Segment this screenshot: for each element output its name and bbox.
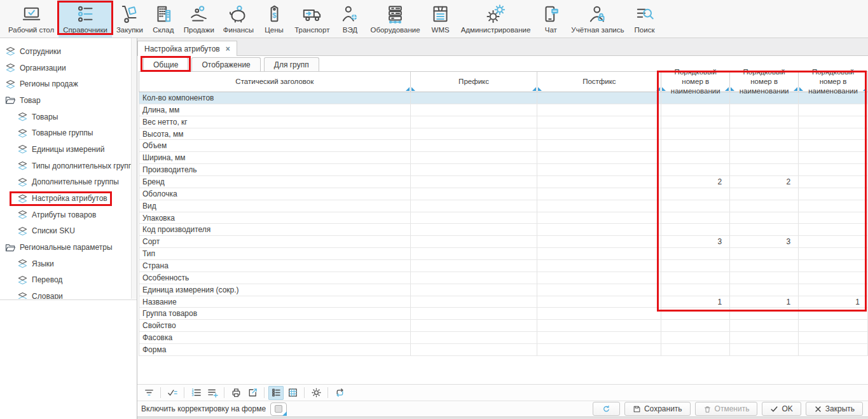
toolbar-item[interactable]: Поиск xyxy=(629,0,661,38)
toolbar-item[interactable]: $Цены xyxy=(258,0,290,38)
table-row[interactable]: Форма xyxy=(139,344,868,356)
table-row[interactable]: Ширина, мм xyxy=(139,152,868,164)
toolbar-item[interactable]: Закупки xyxy=(112,0,148,38)
list-add-icon[interactable] xyxy=(205,386,220,400)
table-row[interactable]: Производитель xyxy=(139,164,868,176)
cell-static-header: Группа товаров xyxy=(139,308,411,319)
cell-postfix xyxy=(537,320,661,331)
table-row[interactable]: Сорт33 xyxy=(139,236,868,248)
check-list-icon[interactable] xyxy=(165,386,180,400)
table-row[interactable]: Свойство xyxy=(139,320,868,332)
sidebar-item[interactable]: Типы дополнительных групп xyxy=(0,158,131,174)
sidebar-item[interactable]: Регионы продаж xyxy=(0,76,131,92)
sidebar-item[interactable]: Сотрудники xyxy=(0,43,131,60)
column-header[interactable]: Порядковый номер в наименовании xyxy=(730,72,799,92)
toolbar-item[interactable]: Рабочий стол xyxy=(4,0,59,38)
subtab[interactable]: Отображение xyxy=(191,57,260,71)
subtab[interactable]: Для групп xyxy=(264,57,319,71)
close-button[interactable]: Закрыть xyxy=(806,402,863,416)
sidebar-item[interactable]: Словари xyxy=(0,288,131,299)
sidebar-item[interactable]: Настройка атрибутов xyxy=(0,190,131,207)
form-correction-checkbox[interactable] xyxy=(270,402,287,416)
server-stack-icon xyxy=(384,3,407,25)
save-button[interactable]: Сохранить xyxy=(624,402,691,416)
cell-order-number xyxy=(661,116,730,128)
printer-icon[interactable] xyxy=(228,386,244,400)
sidebar-item[interactable]: Списки SKU xyxy=(0,223,131,240)
tab-attribute-settings[interactable]: Настройка атрибутов × xyxy=(137,41,237,56)
table-row[interactable]: Особенность xyxy=(139,272,868,284)
toolbar-item[interactable]: Финансы xyxy=(219,0,258,38)
cell-order-number xyxy=(799,128,868,140)
gear-icon[interactable] xyxy=(308,386,324,400)
toolbar-item[interactable]: Чат xyxy=(535,0,567,38)
table-row[interactable]: Страна xyxy=(139,260,868,272)
toolbar-item[interactable]: Продажи xyxy=(179,0,219,38)
toolbar-item[interactable]: Администрирование xyxy=(457,0,535,38)
column-header[interactable]: Префикс xyxy=(411,72,538,92)
phone-chat-icon xyxy=(539,3,562,25)
table-row[interactable]: Группа товаров xyxy=(139,308,868,320)
subtab[interactable]: Общие xyxy=(143,57,188,71)
table-row[interactable]: Вид xyxy=(139,200,868,212)
ok-button[interactable]: OK xyxy=(762,402,801,416)
table-row[interactable]: Фасовка xyxy=(139,332,868,344)
sidebar-item[interactable]: Региональные параметры xyxy=(0,239,131,256)
cell-prefix xyxy=(411,260,538,271)
column-header[interactable]: Постфикс xyxy=(537,72,661,92)
toolbar-item[interactable]: Учётная запись xyxy=(567,0,628,38)
toolbar-item[interactable]: WMS xyxy=(425,0,457,38)
table-row[interactable]: Длина, мм xyxy=(139,104,868,116)
sidebar-scrollbar[interactable] xyxy=(131,38,137,299)
sidebar-item[interactable]: Товар xyxy=(0,92,131,109)
cell-order-number xyxy=(799,104,868,116)
sidebar-item[interactable]: Товарные группы xyxy=(0,125,131,141)
sidebar: СотрудникиОрганизацииРегионы продажТовар… xyxy=(0,38,137,419)
toolbar-item[interactable]: Транспорт xyxy=(290,0,334,38)
sidebar-item[interactable]: Дополнительные группы xyxy=(0,174,131,191)
refresh-button[interactable] xyxy=(593,402,620,416)
toolbar-item[interactable]: Склад xyxy=(148,0,179,38)
toolbar-item[interactable]: ВЭД xyxy=(334,0,366,38)
sidebar-item[interactable]: Организации xyxy=(0,60,131,76)
table-row[interactable]: Тип xyxy=(139,248,868,260)
table-row[interactable]: Высота, мм xyxy=(139,128,868,141)
table-row[interactable]: Название111 xyxy=(139,296,868,308)
tab-close-icon[interactable]: × xyxy=(226,45,230,53)
column-header[interactable]: Статический заголовок xyxy=(139,72,411,92)
cell-postfix xyxy=(537,332,661,343)
toolbar-item-label: Финансы xyxy=(223,26,254,34)
filter-icon[interactable] xyxy=(141,386,156,400)
table-row[interactable]: Вес нетто, кг xyxy=(139,116,868,128)
toolbar-item[interactable]: Оборудование xyxy=(366,0,424,38)
cell-prefix xyxy=(411,152,538,163)
cancel-button[interactable]: Отменить xyxy=(695,402,758,416)
table-row[interactable]: Единица измерения (сокр.) xyxy=(139,284,868,296)
numbered-list-icon[interactable]: 123 xyxy=(188,386,203,400)
table-row[interactable]: Бренд22 xyxy=(139,176,868,188)
sidebar-item[interactable]: Перевод xyxy=(0,272,131,289)
table-row[interactable]: Оболочка xyxy=(139,188,868,200)
sidebar-item[interactable]: Товары xyxy=(0,109,131,125)
export-icon[interactable] xyxy=(245,386,260,400)
sidebar-item-label: Перевод xyxy=(32,275,62,284)
toolbar-item[interactable]: Справочники xyxy=(59,0,112,38)
table-row[interactable]: Упаковка xyxy=(139,212,868,224)
cell-order-number xyxy=(730,272,799,284)
list-view-icon[interactable] xyxy=(268,386,284,400)
column-header[interactable]: Порядковый номер в наименовании xyxy=(661,72,730,92)
toolbar-separator xyxy=(304,387,305,398)
attributes-table: Статический заголовокПрефиксПостфиксПоря… xyxy=(139,71,868,356)
grid-icon[interactable] xyxy=(285,386,300,400)
cell-order-number xyxy=(730,200,799,212)
cell-prefix xyxy=(411,320,538,331)
sidebar-item[interactable]: Единицы измерений xyxy=(0,141,131,158)
table-row[interactable]: Код производителя xyxy=(139,224,868,236)
loop-icon[interactable] xyxy=(332,386,347,400)
cell-static-header: Форма xyxy=(139,344,411,355)
sidebar-item[interactable]: Атрибуты товаров xyxy=(0,207,131,223)
table-row[interactable]: Объем xyxy=(139,140,868,152)
column-header[interactable]: Порядковый номер в наименовании xyxy=(799,72,868,92)
cell-prefix xyxy=(411,236,538,247)
sidebar-item[interactable]: Языки xyxy=(0,256,131,272)
